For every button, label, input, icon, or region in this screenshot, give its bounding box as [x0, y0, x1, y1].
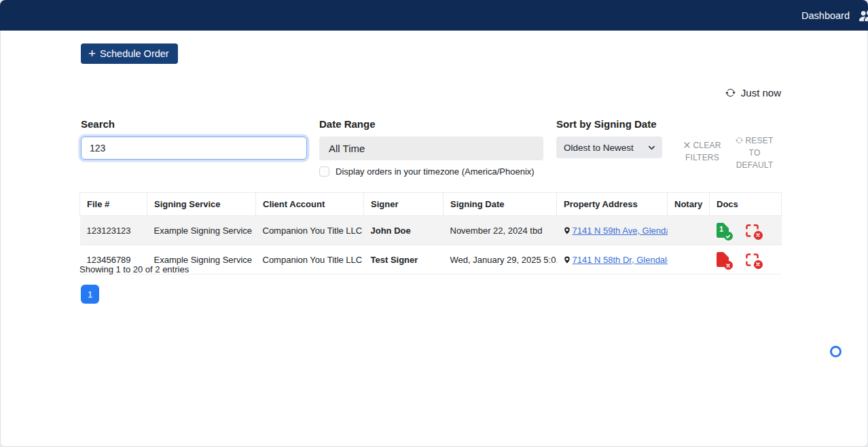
column-header-client-account: Client Account — [256, 193, 364, 216]
date-range-label: Date Range — [319, 118, 543, 130]
entries-summary: Showing 1 to 20 of 2 entries — [79, 264, 189, 274]
reset-icon — [736, 137, 743, 144]
users-icon[interactable] — [859, 8, 868, 23]
search-input[interactable] — [81, 137, 307, 160]
property-address-cell: 7141 N 58th Dr, Glendale,... — [557, 245, 668, 274]
signer-cell: Test Signer — [364, 245, 444, 274]
property-address-link[interactable]: 7141 N 58th Dr, Glendale,... — [573, 255, 668, 265]
notary-cell — [668, 216, 710, 245]
loading-spinner — [830, 346, 842, 357]
signing-date-cell: Wed, January 29, 2025 5:0... — [444, 245, 557, 274]
search-label: Search — [81, 118, 307, 130]
refresh-status-text: Just now — [741, 87, 781, 99]
error-badge-icon — [754, 260, 763, 269]
file-number-cell: 123123123 — [80, 216, 147, 245]
x-icon — [683, 141, 691, 149]
docs-cell — [710, 245, 782, 274]
sort-selected-value: Oldest to Newest — [564, 143, 634, 153]
refresh-control[interactable]: Just now — [725, 87, 781, 99]
scan-status-icon[interactable] — [746, 224, 759, 237]
timezone-option-row: Display orders in your timezone (America… — [319, 166, 535, 177]
sort-filter-group: Sort by Signing Date Oldest to Newest — [556, 118, 662, 158]
date-range-filter-group: Date Range — [319, 118, 543, 160]
column-header-signing-service: Signing Service — [147, 193, 256, 216]
check-badge-icon — [724, 232, 733, 240]
nav-dashboard-link[interactable]: Dashboard — [801, 10, 850, 21]
reset-to-default-button[interactable]: Reset to Default — [736, 135, 774, 171]
sort-select[interactable]: Oldest to Newest — [556, 137, 662, 158]
column-header-property-address: Property Address — [557, 193, 668, 216]
schedule-order-button[interactable]: + Schedule Order — [81, 43, 178, 64]
document-count-badge: 1 — [717, 225, 727, 233]
docs-cell: 1 — [710, 216, 782, 245]
client-account-cell: Companion You Title LLC — [256, 216, 364, 245]
signer-cell: John Doe — [364, 216, 444, 245]
refresh-icon — [725, 88, 736, 98]
document-status-icon[interactable] — [717, 252, 729, 267]
chevron-down-icon — [648, 144, 655, 151]
error-badge-icon — [724, 261, 733, 270]
table-header-row: File # Signing Service Client Account Si… — [80, 193, 782, 216]
column-header-file: File # — [80, 193, 147, 216]
notary-cell — [668, 245, 710, 274]
scan-status-icon[interactable] — [746, 253, 759, 266]
timezone-label[interactable]: Display orders in your timezone (America… — [336, 166, 535, 177]
column-header-signer: Signer — [364, 193, 444, 216]
top-navbar: Dashboard — [0, 0, 868, 31]
error-badge-icon — [754, 231, 763, 240]
date-range-input[interactable] — [319, 137, 543, 160]
property-address-cell: 7141 N 59th Ave, Glendal... — [557, 216, 668, 245]
app-window: Dashboard + Schedule Order Just now Sear… — [0, 0, 868, 447]
column-header-signing-date: Signing Date — [444, 193, 557, 216]
pagination-page-1-button[interactable]: 1 — [81, 285, 99, 304]
sort-label: Sort by Signing Date — [556, 118, 662, 130]
signing-service-cell: Example Signing Service — [147, 216, 256, 245]
column-header-docs: Docs — [710, 193, 782, 216]
column-header-notary: Notary — [668, 193, 710, 216]
document-status-icon[interactable]: 1 — [717, 223, 729, 238]
plus-icon: + — [88, 47, 96, 60]
search-filter-group: Search — [81, 118, 307, 160]
schedule-order-label: Schedule Order — [100, 48, 169, 59]
property-address-link[interactable]: 7141 N 59th Ave, Glendal... — [573, 226, 668, 236]
table-row: 123123123 Example Signing Service Compan… — [80, 216, 782, 245]
timezone-checkbox[interactable] — [319, 166, 329, 177]
signing-date-cell: November 22, 2024 tbd — [444, 216, 557, 245]
orders-table: File # Signing Service Client Account Si… — [79, 192, 782, 274]
clear-filters-button[interactable]: Clear Filters — [681, 139, 723, 164]
map-pin-icon — [564, 226, 573, 236]
map-pin-icon — [564, 255, 573, 265]
client-account-cell: Companion You Title LLC — [256, 245, 364, 274]
